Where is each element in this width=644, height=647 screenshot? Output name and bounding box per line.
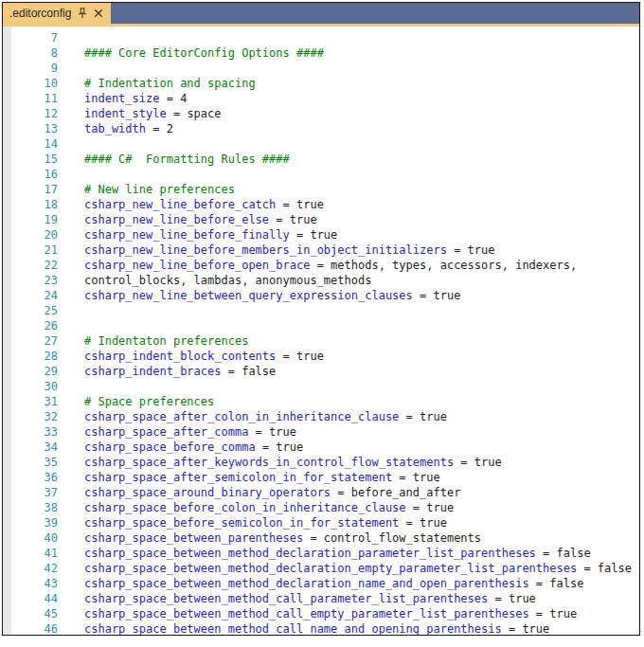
line-number: 36 (4, 470, 58, 485)
code-line[interactable]: 28csharp_indent_block_contents = true (4, 349, 639, 364)
code-text: csharp_space_between_method_call_name_an… (84, 621, 549, 636)
code-line[interactable]: 27# Indentaton preferences (4, 333, 639, 349)
code-text: # Indentation and spacing (84, 76, 256, 91)
code-line[interactable]: 12indent_style = space (4, 106, 639, 121)
line-number: 43 (4, 576, 58, 591)
code-line[interactable]: 8#### Core EditorConfig Options #### (4, 45, 639, 61)
code-text: # Space preferences (84, 394, 214, 409)
code-line[interactable]: 25 (4, 303, 639, 318)
code-line[interactable]: 10# Indentation and spacing (4, 76, 639, 91)
code-line[interactable]: 14 (4, 136, 639, 152)
code-line[interactable]: 43csharp_space_between_method_declaratio… (4, 576, 639, 591)
tab-title: .editorconfig (9, 3, 71, 24)
code-text: csharp_space_between_method_declaration_… (84, 561, 632, 576)
code-line[interactable]: 23control_blocks, lambdas, anonymous_met… (4, 273, 639, 288)
code-text: csharp_space_after_semicolon_in_for_stat… (84, 470, 440, 485)
code-editor[interactable]: 78#### Core EditorConfig Options ####910… (3, 27, 639, 636)
line-number: 24 (4, 288, 58, 303)
close-icon[interactable] (94, 9, 103, 18)
code-text: csharp_space_between_method_declaration_… (84, 546, 591, 561)
code-text: indent_size = 4 (84, 91, 187, 106)
code-text: #### Core EditorConfig Options #### (84, 45, 324, 61)
code-line[interactable]: 11indent_size = 4 (4, 91, 639, 106)
code-text: csharp_new_line_between_query_expression… (84, 288, 460, 303)
code-text: control_blocks, lambdas, anonymous_metho… (84, 273, 371, 288)
code-line[interactable]: 35csharp_space_after_keywords_in_control… (4, 455, 639, 470)
code-line[interactable]: 20csharp_new_line_before_finally = true (4, 227, 639, 243)
code-line[interactable]: 44csharp_space_between_method_call_param… (4, 591, 639, 606)
line-number: 31 (4, 394, 58, 409)
code-line[interactable]: 18csharp_new_line_before_catch = true (4, 197, 639, 212)
line-number: 46 (4, 621, 58, 636)
code-line[interactable]: 7 (4, 30, 639, 45)
code-text: csharp_space_between_method_call_empty_p… (84, 606, 577, 621)
code-text: csharp_new_line_before_open_brace = meth… (84, 258, 577, 273)
line-number: 16 (4, 167, 58, 182)
code-line[interactable]: 42csharp_space_between_method_declaratio… (4, 561, 639, 576)
line-number: 34 (4, 440, 58, 455)
code-text: csharp_space_between_parentheses = contr… (84, 530, 481, 546)
line-number: 41 (4, 546, 58, 561)
code-line[interactable]: 21csharp_new_line_before_members_in_obje… (4, 243, 639, 258)
editor-window: .editorconfig 78#### Core EditorConfig O… (2, 2, 640, 636)
code-line[interactable]: 36csharp_space_after_semicolon_in_for_st… (4, 470, 639, 485)
code-line[interactable]: 13tab_width = 2 (4, 121, 639, 136)
code-line[interactable]: 15#### C# Formatting Rules #### (4, 152, 639, 167)
code-lines: 78#### Core EditorConfig Options ####910… (4, 30, 639, 636)
code-text: csharp_space_around_binary_operators = b… (84, 485, 460, 500)
line-number: 33 (4, 424, 58, 440)
code-line[interactable]: 40csharp_space_between_parentheses = con… (4, 530, 639, 546)
code-text: csharp_indent_block_contents = true (84, 349, 324, 364)
line-number: 30 (4, 379, 58, 394)
code-line[interactable]: 34csharp_space_before_comma = true (4, 440, 639, 455)
line-number: 8 (4, 45, 58, 61)
code-line[interactable]: 46csharp_space_between_method_call_name_… (4, 621, 639, 636)
line-number: 26 (4, 318, 58, 333)
line-number: 44 (4, 591, 58, 606)
code-line[interactable]: 22csharp_new_line_before_open_brace = me… (4, 258, 639, 273)
code-line[interactable]: 16 (4, 167, 639, 182)
line-number: 25 (4, 303, 58, 318)
tab-bar: .editorconfig (3, 3, 639, 24)
code-line[interactable]: 26 (4, 318, 639, 333)
code-line[interactable]: 39csharp_space_before_semicolon_in_for_s… (4, 515, 639, 530)
code-text: csharp_space_before_semicolon_in_for_sta… (84, 515, 447, 530)
code-text: csharp_space_between_method_call_paramet… (84, 591, 536, 606)
line-number: 7 (4, 30, 58, 45)
code-line[interactable]: 33csharp_space_after_comma = true (4, 424, 639, 440)
code-line[interactable]: 32csharp_space_after_colon_in_inheritanc… (4, 409, 639, 424)
line-number: 29 (4, 364, 58, 379)
code-line[interactable]: 9 (4, 61, 639, 76)
line-number: 40 (4, 530, 58, 546)
line-number: 20 (4, 227, 58, 243)
line-number: 17 (4, 182, 58, 197)
code-text: csharp_new_line_before_finally = true (84, 227, 337, 243)
code-text: csharp_new_line_before_else = true (84, 212, 317, 227)
line-number: 11 (4, 91, 58, 106)
pin-icon[interactable] (78, 8, 87, 19)
code-line[interactable]: 41csharp_space_between_method_declaratio… (4, 546, 639, 561)
code-line[interactable]: 19csharp_new_line_before_else = true (4, 212, 639, 227)
code-line[interactable]: 24csharp_new_line_between_query_expressi… (4, 288, 639, 303)
line-number: 13 (4, 121, 58, 136)
line-number: 27 (4, 333, 58, 349)
line-number: 35 (4, 455, 58, 470)
line-number: 39 (4, 515, 58, 530)
line-number: 10 (4, 76, 58, 91)
code-text: csharp_space_after_comma = true (84, 424, 296, 440)
code-line[interactable]: 29csharp_indent_braces = false (4, 364, 639, 379)
line-number: 9 (4, 61, 58, 76)
code-line[interactable]: 37csharp_space_around_binary_operators =… (4, 485, 639, 500)
tab-editorconfig[interactable]: .editorconfig (3, 3, 111, 24)
code-line[interactable]: 31# Space preferences (4, 394, 639, 409)
code-line[interactable]: 17# New line preferences (4, 182, 639, 197)
line-number: 37 (4, 485, 58, 500)
line-number: 12 (4, 106, 58, 121)
code-line[interactable]: 38csharp_space_before_colon_in_inheritan… (4, 500, 639, 515)
line-number: 14 (4, 136, 58, 152)
code-text: #### C# Formatting Rules #### (84, 152, 290, 167)
code-line[interactable]: 30 (4, 379, 639, 394)
code-text: csharp_new_line_before_catch = true (84, 197, 324, 212)
line-number: 42 (4, 561, 58, 576)
code-line[interactable]: 45csharp_space_between_method_call_empty… (4, 606, 639, 621)
